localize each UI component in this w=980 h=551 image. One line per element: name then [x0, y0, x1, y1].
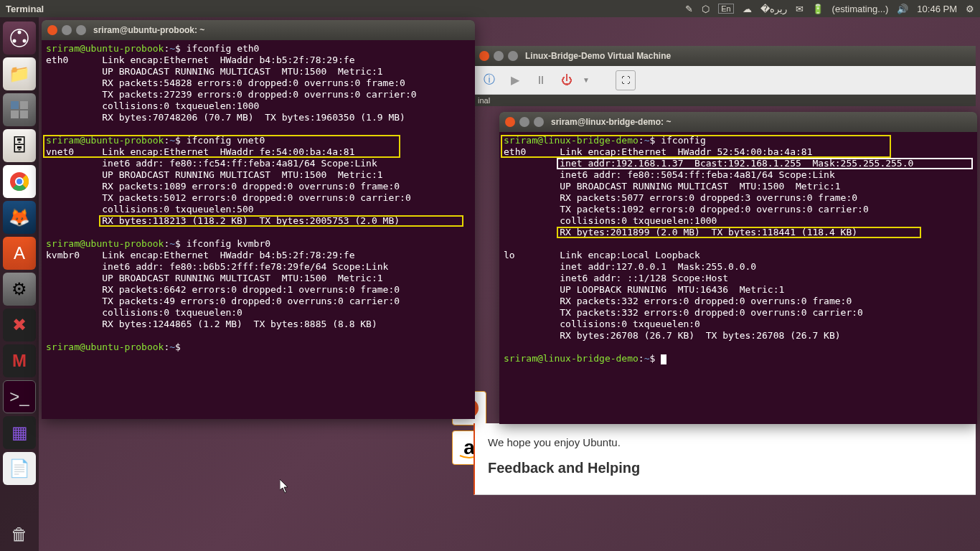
close-button[interactable]	[479, 51, 489, 61]
pause-button[interactable]: ⏸	[531, 70, 551, 90]
gear-icon[interactable]: ⚙	[966, 4, 974, 14]
battery-icon[interactable]: 🔋	[812, 4, 824, 14]
terminal-icon[interactable]: >_	[3, 380, 36, 413]
maximize-button[interactable]	[534, 117, 544, 127]
terminal2-body[interactable]: sriram@linux-bridge-demo:~$ ifconfig eth…	[499, 132, 977, 367]
feedback-heading: Feedback and Helping	[488, 460, 963, 476]
svg-point-2	[13, 39, 17, 43]
document-icon[interactable]: 📄	[3, 452, 36, 485]
terminal-cursor	[661, 354, 666, 364]
trash-icon[interactable]: 🗑	[3, 518, 36, 551]
files-icon[interactable]: 📁	[3, 57, 36, 90]
edit-icon[interactable]: ✎	[685, 4, 693, 14]
svg-rect-4	[11, 101, 19, 109]
firefox-icon[interactable]: 🦊	[3, 201, 36, 234]
terminal2-titlebar[interactable]: sriram@linux-bridge-demo: ~	[499, 112, 977, 132]
top-menu-bar: Terminal ✎ ⬡ En ☁ �ريره ✉ 🔋 (estimating.…	[0, 0, 980, 17]
minimize-button[interactable]	[494, 51, 504, 61]
maximize-button[interactable]	[508, 51, 518, 61]
svg-point-3	[23, 39, 27, 43]
active-app-title: Terminal	[6, 4, 685, 14]
vm-titlebar[interactable]: Linux-Bridge-Demo Virtual Machine	[473, 46, 976, 66]
svg-point-1	[18, 31, 22, 34]
svg-rect-6	[11, 110, 19, 118]
info-button[interactable]: ⓘ	[479, 70, 499, 90]
svg-rect-7	[20, 110, 28, 118]
vm-toolbar: ⓘ ▶ ⏸ ⏻ ▼ ⛶	[473, 66, 976, 95]
fullscreen-button[interactable]: ⛶	[616, 70, 636, 90]
terminal1-body[interactable]: sriram@ubuntu-probook:~$ ifconfig eth0 e…	[42, 40, 475, 356]
power-button[interactable]: ⏻	[557, 70, 577, 90]
unity-launcher: 📁 🗄 🦊 A ⚙ ✖ M >_ ▦ 📄 🗑	[0, 17, 39, 551]
nautilus-icon[interactable]: 🗄	[3, 129, 36, 162]
dash-icon[interactable]	[3, 22, 36, 55]
terminal1-title: sriram@ubuntu-probook: ~	[93, 25, 204, 35]
play-button[interactable]: ▶	[505, 70, 525, 90]
cloud-icon[interactable]: ☁	[743, 4, 752, 14]
battery-status[interactable]: (estimating...)	[832, 4, 889, 14]
vnet0-highlight-block: sriram@ubuntu-probook:~$ ifconfig vnet0 …	[46, 135, 471, 158]
chrome-icon[interactable]	[3, 165, 36, 198]
maximize-button[interactable]	[76, 25, 86, 35]
close-button[interactable]	[47, 25, 57, 35]
app-icon-3[interactable]: ▦	[3, 416, 36, 449]
settings-icon[interactable]: ⚙	[3, 273, 36, 306]
app-icon-1[interactable]: ✖	[3, 309, 36, 342]
terminal2-title: sriram@linux-bridge-demo: ~	[551, 117, 671, 127]
minimize-button[interactable]	[62, 25, 72, 35]
minimize-button[interactable]	[519, 117, 529, 127]
software-center-icon[interactable]: A	[3, 237, 36, 270]
terminal-window-host[interactable]: sriram@ubuntu-probook: ~ sriram@ubuntu-p…	[42, 20, 475, 419]
browser-content: We hope you enjoy Ubuntu. Feedback and H…	[473, 423, 976, 495]
close-button[interactable]	[505, 117, 515, 127]
vm-manager-window[interactable]: Linux-Bridge-Demo Virtual Machine ⓘ ▶ ⏸ …	[473, 46, 976, 106]
dropdown-icon[interactable]: ▼	[583, 76, 590, 84]
app-icon-2[interactable]: M	[3, 344, 36, 377]
workspace-switcher-icon[interactable]	[3, 93, 36, 126]
dropbox-icon[interactable]: ⬡	[702, 4, 710, 14]
clock[interactable]: 10:46 PM	[917, 4, 957, 14]
wifi-icon[interactable]: �ريره	[760, 4, 787, 14]
terminal-window-vm[interactable]: sriram@linux-bridge-demo: ~ sriram@linux…	[499, 112, 977, 424]
svg-rect-5	[20, 101, 28, 109]
mail-icon[interactable]: ✉	[796, 4, 804, 14]
mouse-cursor	[280, 479, 290, 494]
welcome-text: We hope you enjoy Ubuntu.	[488, 436, 963, 448]
vm-window-title: Linux-Bridge-Demo Virtual Machine	[525, 51, 671, 61]
terminal1-titlebar[interactable]: sriram@ubuntu-probook: ~	[42, 20, 475, 40]
vm-inner-titlebar: inal	[473, 95, 976, 106]
language-indicator[interactable]: En	[718, 4, 733, 14]
volume-icon[interactable]: 🔊	[897, 4, 908, 14]
